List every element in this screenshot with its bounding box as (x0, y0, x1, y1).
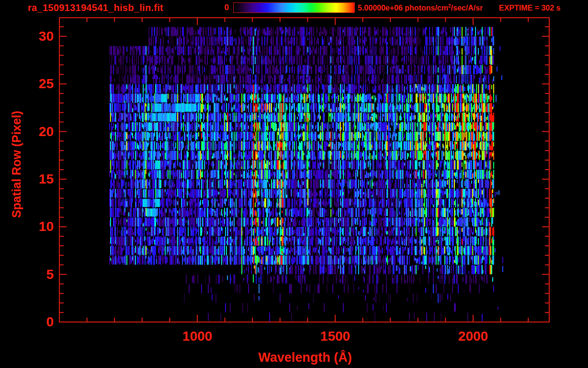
y-tick-label: 5 (17, 267, 54, 282)
x-tick-label: 1500 (302, 329, 369, 344)
exptime-label: EXPTIME = 302 s (499, 4, 561, 12)
x-tick-label: 2000 (440, 329, 507, 344)
colorbar (233, 2, 355, 13)
x-axis-label: Wavelength (Å) (258, 350, 352, 365)
colorbar-units: /sec/A/sr (451, 4, 483, 12)
spectrum-heatmap (60, 18, 549, 322)
plot-title: ra_150913194541_hisb_lin.fit (28, 2, 163, 13)
y-tick-label: 25 (17, 77, 54, 91)
colorbar-min-label: 0 (215, 3, 229, 12)
y-tick-label: 30 (17, 29, 54, 44)
colorbar-max-value: 5.00000e+06 photons/cm (358, 4, 448, 12)
spectrum-plot-window: ra_150913194541_hisb_lin.fit 0 5.00000e+… (0, 0, 588, 368)
plot-frame (59, 17, 550, 322)
x-tick-label: 1000 (164, 329, 231, 344)
y-tick-label: 10 (17, 219, 54, 234)
colorbar-max-label: 5.00000e+06 photons/cm2/sec/A/sr (358, 3, 483, 12)
y-axis-label: Spatial Row (Pixel) (10, 111, 23, 218)
y-tick-label: 0 (17, 315, 54, 329)
